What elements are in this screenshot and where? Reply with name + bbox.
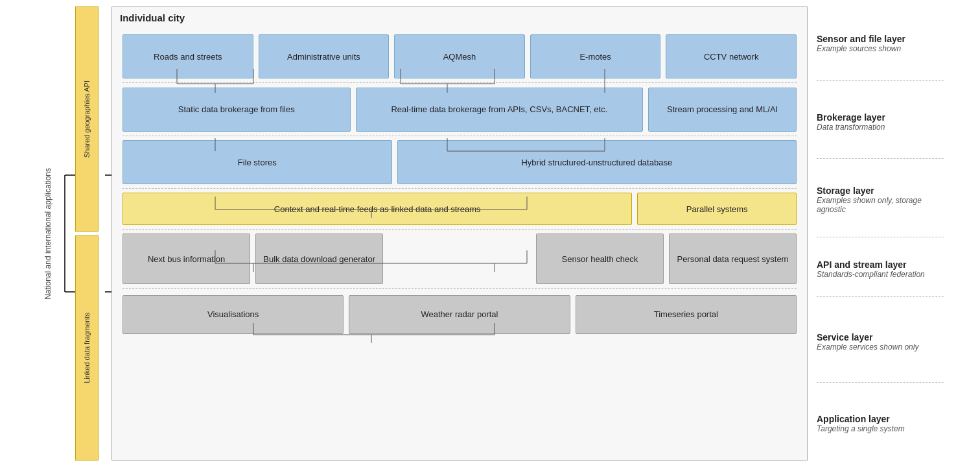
storage-layer-subtitle: Examples shown only, storage agnostic bbox=[817, 196, 944, 214]
storage-boxes: File stores Hybrid structured-unstructur… bbox=[122, 140, 797, 184]
layers-container: Roads and streets Administrative units A… bbox=[122, 30, 797, 453]
individual-city-title: Individual city bbox=[120, 12, 185, 23]
app-boxes: Visualisations Weather radar portal Time… bbox=[122, 293, 797, 336]
brokerage-box-realtime: Real-time data brokerage from APIs, CSVs… bbox=[356, 88, 644, 132]
app-box-vis: Visualisations bbox=[122, 295, 344, 334]
api-boxes: Context and real-time feeds as linked da… bbox=[122, 193, 797, 225]
sensor-box-cctv: CCTV network bbox=[666, 34, 797, 78]
page-wrapper: National and international applications … bbox=[0, 0, 980, 467]
linked-data-label: Linked data fragments bbox=[83, 313, 91, 383]
sensor-box-aqmesh: AQMesh bbox=[394, 34, 525, 78]
service-box-bus: Next bus information bbox=[122, 234, 250, 284]
linked-data-bar: Linked data fragments bbox=[75, 235, 99, 461]
sensor-layer-title: Sensor and file layer bbox=[817, 34, 944, 44]
shared-geographies-bar: Shared geographies API bbox=[75, 6, 99, 232]
left-labels: National and international applications bbox=[36, 6, 60, 461]
brokerage-layer-subtitle: Data transformation bbox=[817, 123, 944, 132]
application-layer-subtitle: Targeting a single system bbox=[817, 424, 944, 433]
service-boxes: Next bus information Bulk data download … bbox=[122, 234, 797, 284]
storage-layer-title: Storage layer bbox=[817, 186, 944, 196]
service-layer-title: Service layer bbox=[817, 332, 944, 342]
brokerage-layer-title: Brokerage layer bbox=[817, 112, 944, 123]
storage-layer-row: File stores Hybrid structured-unstructur… bbox=[122, 136, 797, 188]
service-box-personal: Personal data request system bbox=[669, 234, 797, 284]
shared-geographies-label: Shared geographies API bbox=[83, 80, 91, 158]
national-label: National and international applications bbox=[43, 168, 52, 300]
bracket-connector bbox=[62, 123, 75, 344]
application-layer-row: Visualisations Weather radar portal Time… bbox=[122, 288, 797, 340]
api-layer-subtitle: Standards-compliant federation bbox=[817, 270, 944, 279]
main-area: Individual city Roads and streets Admini… bbox=[111, 6, 944, 461]
yellow-bars: Shared geographies API Linked data fragm… bbox=[75, 6, 99, 461]
storage-box-files: File stores bbox=[122, 140, 392, 184]
brokerage-boxes: Static data brokerage from files Real-ti… bbox=[122, 87, 797, 132]
api-layer-title: API and stream layer bbox=[817, 259, 944, 270]
diagram-container: National and international applications … bbox=[36, 6, 944, 461]
app-box-timeseries: Timeseries portal bbox=[576, 295, 797, 334]
brokerage-label: Brokerage layer Data transformation bbox=[817, 80, 944, 159]
service-box-sensor: Sensor health check bbox=[536, 234, 664, 284]
application-layer-title: Application layer bbox=[817, 414, 944, 424]
sensor-box-admin: Administrative units bbox=[259, 34, 390, 78]
storage-box-hybrid: Hybrid structured-unstructured database bbox=[397, 140, 797, 184]
right-labels: Sensor and file layer Example sources sh… bbox=[808, 6, 944, 461]
brokerage-box-stream: Stream processing and ML/AI bbox=[648, 88, 797, 132]
api-label: API and stream layer Standards-compliant… bbox=[817, 237, 944, 296]
sensor-box-emotes: E-motes bbox=[530, 34, 661, 78]
service-box-bulk: Bulk data download generator bbox=[255, 234, 383, 284]
service-layer-subtitle: Example services shown only bbox=[817, 342, 944, 352]
service-layer-row: Next bus information Bulk data download … bbox=[122, 229, 797, 288]
yellow-connector bbox=[104, 123, 111, 344]
sensor-layer-row: Roads and streets Administrative units A… bbox=[122, 30, 797, 82]
sensor-layer-subtitle: Example sources shown bbox=[817, 44, 944, 53]
individual-city-box: Individual city Roads and streets Admini… bbox=[111, 6, 808, 461]
api-box-context: Context and real-time feeds as linked da… bbox=[122, 193, 632, 225]
sensor-label: Sensor and file layer Example sources sh… bbox=[817, 6, 944, 80]
storage-label: Storage layer Examples shown only, stora… bbox=[817, 158, 944, 237]
api-box-parallel: Parallel systems bbox=[637, 193, 797, 225]
api-layer-row: Context and real-time feeds as linked da… bbox=[122, 188, 797, 229]
brokerage-layer-row: Static data brokerage from files Real-ti… bbox=[122, 82, 797, 136]
app-box-weather: Weather radar portal bbox=[349, 295, 570, 334]
service-label: Service layer Example services shown onl… bbox=[817, 296, 944, 382]
brokerage-box-static: Static data brokerage from files bbox=[122, 88, 351, 132]
application-label: Application layer Targeting a single sys… bbox=[817, 382, 944, 461]
sensor-boxes: Roads and streets Administrative units A… bbox=[122, 34, 797, 78]
sensor-box-roads: Roads and streets bbox=[122, 34, 253, 78]
